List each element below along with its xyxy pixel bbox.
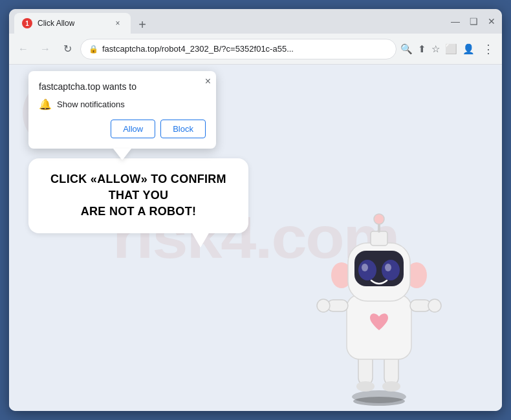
svg-point-6 (382, 381, 400, 392)
new-tab-button[interactable]: + (133, 16, 151, 34)
page-message-line2: ARE NOT A ROBOT! (81, 205, 196, 218)
bookmark-icon[interactable]: ☆ (431, 43, 440, 55)
browser-window: 1 Click Allow × + — ❑ ✕ ← → ↻ 🔒 fastcapt… (9, 9, 502, 411)
svg-point-22 (374, 214, 384, 224)
extension-icon[interactable]: ⬜ (445, 43, 457, 55)
robot-illustration (308, 198, 450, 411)
popup-site-title: fastcaptcha.top wants to (39, 81, 206, 92)
forward-button[interactable]: → (36, 40, 54, 58)
back-button[interactable]: ← (14, 40, 32, 58)
popup-buttons: Allow Block (39, 120, 206, 138)
svg-point-18 (362, 264, 368, 271)
browser-menu-button[interactable]: ⋮ (480, 39, 497, 59)
svg-point-17 (382, 260, 400, 280)
browser-content: risk4.com risk × fastcaptcha.top wants t… (9, 65, 502, 411)
lock-icon: 🔒 (89, 45, 98, 54)
notification-label: Show notifications (57, 100, 125, 109)
page-message-text: CLICK «ALLOW» TO CONFIRM THAT YOU ARE NO… (44, 171, 233, 220)
block-button[interactable]: Block (160, 120, 206, 138)
popup-notification-row: 🔔 Show notifications (39, 98, 206, 110)
tab-favicon: 1 (22, 18, 32, 28)
bubble-tail (113, 149, 131, 160)
window-controls: — ❑ ✕ (450, 16, 497, 26)
svg-point-5 (356, 381, 375, 392)
svg-rect-9 (410, 300, 431, 311)
bell-icon: 🔔 (39, 98, 52, 110)
tab-area: 1 Click Allow × + (14, 9, 446, 34)
toolbar-actions: 🔍 ⬆ ☆ ⬜ 👤 ⋮ (400, 39, 497, 59)
profile-icon[interactable]: 👤 (462, 43, 475, 55)
popup-close-button[interactable]: × (205, 76, 211, 87)
svg-point-10 (317, 299, 330, 312)
tab-close-button[interactable]: × (113, 18, 123, 28)
allow-button[interactable]: Allow (111, 120, 155, 138)
notification-popup: × fastcaptcha.top wants to 🔔 Show notifi… (28, 71, 216, 149)
page-message-line1: CLICK «ALLOW» TO CONFIRM THAT YOU (50, 173, 226, 202)
tab-title: Click Allow (38, 19, 74, 28)
svg-point-16 (358, 260, 376, 280)
title-bar: 1 Click Allow × + — ❑ ✕ (9, 9, 502, 34)
maximize-button[interactable]: ❑ (468, 16, 479, 26)
address-bar-row: ← → ↻ 🔒 fastcaptcha.top/robot4_2302_B/?c… (9, 34, 502, 65)
address-bar[interactable]: 🔒 fastcaptcha.top/robot4_2302_B/?c=5352f… (80, 39, 397, 59)
page-message-bubble: CLICK «ALLOW» TO CONFIRM THAT YOU ARE NO… (28, 158, 248, 233)
share-icon[interactable]: ⬆ (418, 43, 426, 55)
browser-tab[interactable]: 1 Click Allow × (14, 13, 131, 34)
svg-rect-8 (327, 300, 348, 311)
search-icon[interactable]: 🔍 (400, 43, 413, 55)
svg-rect-20 (371, 231, 387, 246)
svg-point-19 (385, 264, 391, 271)
robot-shadow (353, 397, 405, 406)
reload-button[interactable]: ↻ (58, 40, 76, 58)
url-text: fastcaptcha.top/robot4_2302_B/?c=5352f01… (102, 44, 388, 54)
close-window-button[interactable]: ✕ (486, 16, 497, 26)
svg-point-11 (428, 299, 441, 312)
minimize-button[interactable]: — (450, 16, 461, 26)
